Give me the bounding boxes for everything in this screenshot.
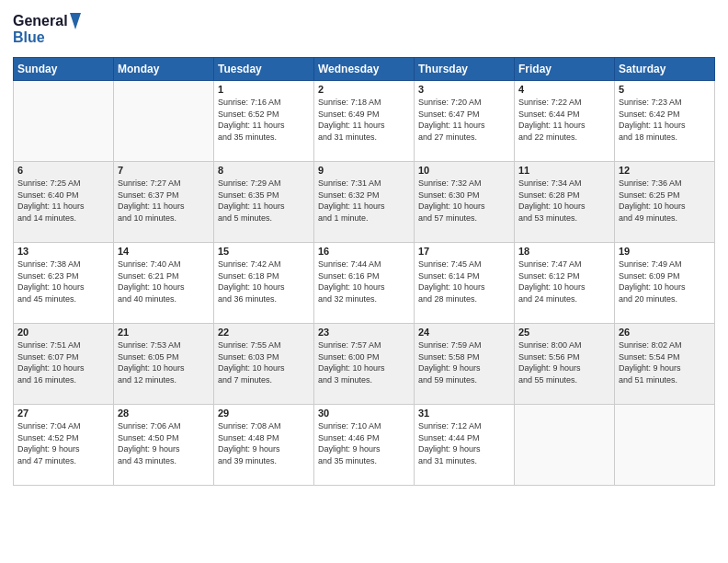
header: GeneralBlue — [13, 9, 715, 50]
day-number: 27 — [17, 408, 109, 419]
svg-text:General: General — [13, 13, 68, 29]
day-detail: Sunrise: 7:23 AM Sunset: 6:42 PM Dayligh… — [619, 98, 686, 142]
day-cell: 14Sunrise: 7:40 AM Sunset: 6:21 PM Dayli… — [114, 243, 214, 324]
day-number: 18 — [518, 246, 610, 257]
weekday-header-sunday: Sunday — [14, 58, 114, 81]
day-detail: Sunrise: 7:20 AM Sunset: 6:47 PM Dayligh… — [418, 98, 485, 142]
day-detail: Sunrise: 7:45 AM Sunset: 6:14 PM Dayligh… — [418, 259, 485, 304]
day-number: 22 — [218, 327, 310, 338]
day-number: 23 — [318, 327, 410, 338]
day-cell: 11Sunrise: 7:34 AM Sunset: 6:28 PM Dayli… — [515, 162, 615, 243]
day-cell: 13Sunrise: 7:38 AM Sunset: 6:23 PM Dayli… — [14, 243, 114, 324]
day-cell — [515, 405, 615, 486]
day-cell: 5Sunrise: 7:23 AM Sunset: 6:42 PM Daylig… — [615, 81, 715, 162]
day-cell: 10Sunrise: 7:32 AM Sunset: 6:30 PM Dayli… — [415, 162, 515, 243]
day-cell: 29Sunrise: 7:08 AM Sunset: 4:48 PM Dayli… — [214, 405, 314, 486]
day-detail: Sunrise: 7:16 AM Sunset: 6:52 PM Dayligh… — [218, 98, 285, 142]
weekday-header-row: SundayMondayTuesdayWednesdayThursdayFrid… — [14, 58, 715, 81]
day-cell: 19Sunrise: 7:49 AM Sunset: 6:09 PM Dayli… — [615, 243, 715, 324]
day-cell: 1Sunrise: 7:16 AM Sunset: 6:52 PM Daylig… — [214, 81, 314, 162]
day-cell: 26Sunrise: 8:02 AM Sunset: 5:54 PM Dayli… — [615, 324, 715, 405]
svg-text:Blue: Blue — [13, 29, 45, 45]
week-row-5: 27Sunrise: 7:04 AM Sunset: 4:52 PM Dayli… — [14, 405, 715, 486]
weekday-header-wednesday: Wednesday — [314, 58, 415, 81]
day-cell: 8Sunrise: 7:29 AM Sunset: 6:35 PM Daylig… — [214, 162, 314, 243]
day-detail: Sunrise: 7:08 AM Sunset: 4:48 PM Dayligh… — [218, 421, 281, 465]
day-cell: 4Sunrise: 7:22 AM Sunset: 6:44 PM Daylig… — [515, 81, 615, 162]
day-detail: Sunrise: 7:59 AM Sunset: 5:58 PM Dayligh… — [418, 340, 482, 385]
day-number: 11 — [518, 165, 610, 176]
day-cell: 17Sunrise: 7:45 AM Sunset: 6:14 PM Dayli… — [415, 243, 515, 324]
day-detail: Sunrise: 8:00 AM Sunset: 5:56 PM Dayligh… — [518, 340, 582, 385]
day-number: 28 — [118, 408, 210, 419]
day-cell: 25Sunrise: 8:00 AM Sunset: 5:56 PM Dayli… — [515, 324, 615, 405]
day-cell: 28Sunrise: 7:06 AM Sunset: 4:50 PM Dayli… — [114, 405, 214, 486]
day-cell: 7Sunrise: 7:27 AM Sunset: 6:37 PM Daylig… — [114, 162, 214, 243]
day-detail: Sunrise: 7:36 AM Sunset: 6:25 PM Dayligh… — [619, 178, 686, 223]
day-cell: 6Sunrise: 7:25 AM Sunset: 6:40 PM Daylig… — [14, 162, 114, 243]
day-number: 17 — [418, 246, 510, 257]
logo: GeneralBlue — [13, 9, 86, 50]
svg-marker-2 — [70, 13, 81, 29]
day-number: 2 — [318, 84, 410, 95]
weekday-header-saturday: Saturday — [615, 58, 715, 81]
day-number: 4 — [518, 84, 610, 95]
day-detail: Sunrise: 7:57 AM Sunset: 6:00 PM Dayligh… — [318, 340, 385, 385]
calendar-container: GeneralBlue SundayMondayTuesdayWednesday… — [0, 0, 728, 563]
day-detail: Sunrise: 7:18 AM Sunset: 6:49 PM Dayligh… — [318, 98, 385, 142]
day-number: 1 — [218, 84, 310, 95]
day-cell — [114, 81, 214, 162]
day-number: 19 — [619, 246, 711, 257]
day-detail: Sunrise: 7:25 AM Sunset: 6:40 PM Dayligh… — [17, 178, 85, 223]
day-detail: Sunrise: 7:34 AM Sunset: 6:28 PM Dayligh… — [518, 178, 586, 223]
day-number: 20 — [17, 327, 109, 338]
day-detail: Sunrise: 7:22 AM Sunset: 6:44 PM Dayligh… — [518, 98, 586, 142]
day-number: 15 — [218, 246, 310, 257]
day-number: 29 — [218, 408, 310, 419]
day-number: 3 — [418, 84, 510, 95]
day-detail: Sunrise: 7:55 AM Sunset: 6:03 PM Dayligh… — [218, 340, 285, 385]
day-number: 25 — [518, 327, 610, 338]
day-detail: Sunrise: 7:47 AM Sunset: 6:12 PM Dayligh… — [518, 259, 586, 304]
weekday-header-monday: Monday — [114, 58, 214, 81]
day-number: 16 — [318, 246, 410, 257]
day-detail: Sunrise: 8:02 AM Sunset: 5:54 PM Dayligh… — [619, 340, 682, 385]
day-cell: 27Sunrise: 7:04 AM Sunset: 4:52 PM Dayli… — [14, 405, 114, 486]
day-cell: 9Sunrise: 7:31 AM Sunset: 6:32 PM Daylig… — [314, 162, 415, 243]
day-number: 24 — [418, 327, 510, 338]
day-number: 5 — [619, 84, 711, 95]
day-detail: Sunrise: 7:42 AM Sunset: 6:18 PM Dayligh… — [218, 259, 285, 304]
week-row-1: 1Sunrise: 7:16 AM Sunset: 6:52 PM Daylig… — [14, 81, 715, 162]
day-number: 10 — [418, 165, 510, 176]
day-number: 30 — [318, 408, 410, 419]
weekday-header-tuesday: Tuesday — [214, 58, 314, 81]
day-cell: 21Sunrise: 7:53 AM Sunset: 6:05 PM Dayli… — [114, 324, 214, 405]
day-cell — [14, 81, 114, 162]
weekday-header-thursday: Thursday — [415, 58, 515, 81]
day-cell: 15Sunrise: 7:42 AM Sunset: 6:18 PM Dayli… — [214, 243, 314, 324]
day-cell: 31Sunrise: 7:12 AM Sunset: 4:44 PM Dayli… — [415, 405, 515, 486]
day-number: 8 — [218, 165, 310, 176]
day-detail: Sunrise: 7:31 AM Sunset: 6:32 PM Dayligh… — [318, 178, 385, 223]
day-number: 21 — [118, 327, 210, 338]
calendar-table: SundayMondayTuesdayWednesdayThursdayFrid… — [13, 57, 715, 486]
day-detail: Sunrise: 7:49 AM Sunset: 6:09 PM Dayligh… — [619, 259, 686, 304]
day-detail: Sunrise: 7:12 AM Sunset: 4:44 PM Dayligh… — [418, 421, 482, 465]
day-cell: 23Sunrise: 7:57 AM Sunset: 6:00 PM Dayli… — [314, 324, 415, 405]
week-row-2: 6Sunrise: 7:25 AM Sunset: 6:40 PM Daylig… — [14, 162, 715, 243]
day-cell: 30Sunrise: 7:10 AM Sunset: 4:46 PM Dayli… — [314, 405, 415, 486]
logo-svg: GeneralBlue — [13, 9, 86, 50]
day-cell: 12Sunrise: 7:36 AM Sunset: 6:25 PM Dayli… — [615, 162, 715, 243]
day-detail: Sunrise: 7:38 AM Sunset: 6:23 PM Dayligh… — [17, 259, 85, 304]
week-row-4: 20Sunrise: 7:51 AM Sunset: 6:07 PM Dayli… — [14, 324, 715, 405]
day-number: 14 — [118, 246, 210, 257]
day-cell: 16Sunrise: 7:44 AM Sunset: 6:16 PM Dayli… — [314, 243, 415, 324]
day-cell: 18Sunrise: 7:47 AM Sunset: 6:12 PM Dayli… — [515, 243, 615, 324]
day-number: 12 — [619, 165, 711, 176]
day-cell: 3Sunrise: 7:20 AM Sunset: 6:47 PM Daylig… — [415, 81, 515, 162]
day-cell: 24Sunrise: 7:59 AM Sunset: 5:58 PM Dayli… — [415, 324, 515, 405]
day-detail: Sunrise: 7:10 AM Sunset: 4:46 PM Dayligh… — [318, 421, 381, 465]
day-number: 7 — [118, 165, 210, 176]
day-number: 6 — [17, 165, 109, 176]
day-cell: 22Sunrise: 7:55 AM Sunset: 6:03 PM Dayli… — [214, 324, 314, 405]
